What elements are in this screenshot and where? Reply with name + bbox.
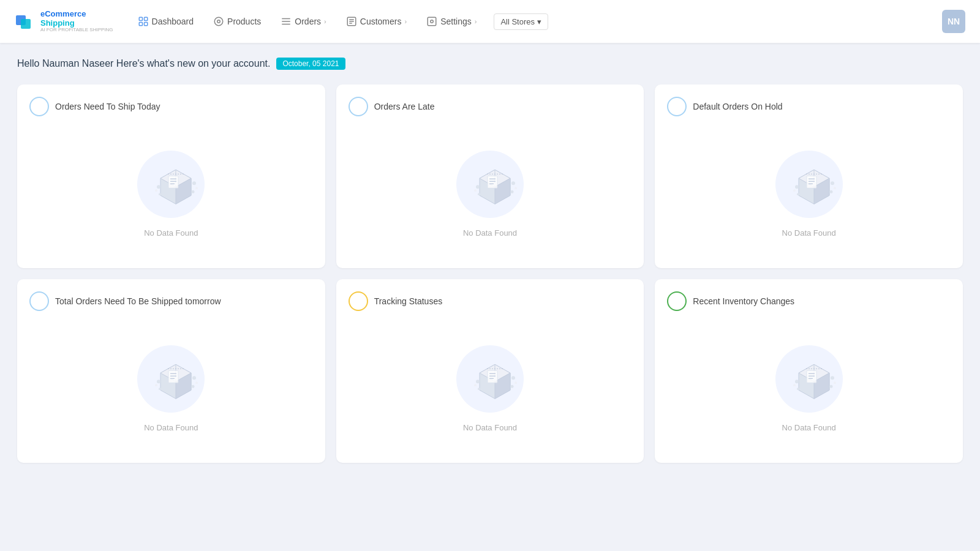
cards-grid: Orders Need To Ship Today [17, 84, 963, 463]
card-header: Orders Are Late [349, 97, 632, 116]
svg-point-72 [159, 388, 161, 390]
card-body: No Data Found [29, 126, 313, 258]
card-title: Orders Are Late [374, 102, 435, 111]
empty-box-icon [151, 358, 200, 404]
status-indicator [667, 291, 687, 311]
status-indicator [667, 97, 687, 116]
card-title: Default Orders On Hold [693, 102, 782, 111]
svg-rect-5 [144, 23, 147, 26]
no-data-label: No Data Found [463, 228, 517, 238]
svg-point-101 [793, 384, 796, 386]
svg-point-42 [478, 193, 480, 195]
logo-text: eCommerce Shipping AI FOR PROFITABLE SHI… [40, 10, 113, 32]
svg-point-52 [831, 181, 834, 185]
date-badge: October, 05 2021 [276, 58, 345, 70]
settings-icon [426, 16, 437, 27]
svg-point-26 [155, 189, 157, 192]
svg-point-56 [793, 189, 796, 192]
svg-point-37 [511, 181, 515, 185]
svg-point-100 [795, 380, 799, 383]
card-header: Recent Inventory Changes [667, 291, 951, 311]
logo-icon [15, 10, 37, 32]
empty-box-icon [790, 163, 839, 209]
nav-dashboard[interactable]: Dashboard [130, 12, 202, 31]
svg-rect-43 [488, 176, 497, 188]
empty-box-icon [470, 358, 519, 404]
svg-point-70 [157, 380, 160, 383]
card-tracking-statuses: Tracking Statuses [336, 279, 644, 463]
empty-illustration [134, 342, 208, 416]
card-body: No Data Found [667, 321, 951, 453]
svg-point-53 [834, 187, 836, 189]
svg-point-6 [214, 17, 223, 26]
svg-rect-2 [139, 17, 142, 20]
svg-point-27 [159, 193, 161, 195]
card-default-orders-hold: Default Orders On Hold [655, 84, 963, 268]
stores-dropdown-icon: ▾ [537, 17, 541, 26]
svg-rect-73 [168, 370, 178, 383]
svg-point-69 [192, 384, 195, 388]
nav-products[interactable]: Products [206, 12, 268, 31]
svg-rect-4 [139, 23, 142, 26]
orders-icon [281, 16, 292, 27]
empty-box-icon [151, 163, 200, 209]
svg-rect-58 [807, 176, 816, 188]
empty-illustration [453, 148, 527, 221]
svg-point-57 [797, 193, 799, 195]
logo[interactable]: eCommerce Shipping AI FOR PROFITABLE SHI… [15, 10, 113, 32]
svg-point-25 [157, 185, 160, 189]
status-indicator [349, 291, 368, 311]
user-avatar[interactable]: NN [942, 10, 965, 33]
settings-chevron: › [475, 18, 477, 25]
svg-rect-103 [807, 370, 816, 383]
svg-point-71 [155, 384, 157, 386]
card-recent-inventory: Recent Inventory Changes [655, 279, 963, 463]
card-body: No Data Found [667, 126, 951, 258]
svg-point-23 [195, 187, 198, 189]
empty-illustration [453, 342, 527, 416]
greeting-bar: Hello Nauman Naseer Here's what's new on… [17, 58, 963, 70]
svg-point-41 [474, 189, 477, 192]
svg-point-24 [192, 190, 195, 193]
customers-icon [346, 16, 357, 27]
dashboard-icon [138, 16, 149, 27]
empty-illustration [772, 342, 846, 416]
svg-rect-88 [488, 370, 497, 383]
svg-point-82 [511, 376, 515, 380]
svg-point-7 [217, 20, 221, 23]
card-total-orders-tomorrow: Total Orders Need To Be Shipped tomorrow [17, 279, 325, 463]
nav-settings[interactable]: Settings › [419, 12, 484, 31]
svg-point-84 [510, 384, 513, 388]
empty-illustration [134, 148, 208, 221]
empty-box-icon [470, 163, 519, 209]
card-header: Orders Need To Ship Today [29, 97, 313, 116]
navbar: eCommerce Shipping AI FOR PROFITABLE SHI… [0, 0, 980, 43]
svg-point-39 [510, 190, 513, 193]
card-title: Tracking Statuses [374, 296, 443, 306]
empty-box-icon [790, 358, 839, 404]
svg-rect-1 [21, 19, 31, 29]
products-icon [213, 16, 224, 27]
svg-point-97 [831, 376, 834, 380]
stores-selector[interactable]: All Stores ▾ [494, 13, 548, 30]
card-title: Orders Need To Ship Today [55, 102, 160, 111]
orders-chevron: › [324, 18, 326, 25]
no-data-label: No Data Found [144, 228, 198, 238]
nav-orders[interactable]: Orders › [273, 12, 333, 31]
status-indicator [29, 97, 49, 116]
card-body: No Data Found [29, 321, 313, 453]
main-content: Hello Nauman Naseer Here's what's new on… [0, 43, 980, 478]
svg-point-22 [192, 181, 196, 185]
card-header: Total Orders Need To Be Shipped tomorrow [29, 291, 313, 311]
svg-point-16 [431, 20, 434, 23]
empty-illustration [772, 148, 846, 221]
svg-point-86 [474, 384, 477, 386]
card-orders-late: Orders Are Late [336, 84, 644, 268]
svg-rect-28 [168, 176, 178, 188]
status-indicator [349, 97, 368, 116]
svg-point-68 [195, 381, 198, 384]
svg-rect-3 [144, 17, 147, 20]
card-title: Total Orders Need To Be Shipped tomorrow [55, 296, 221, 306]
nav-customers[interactable]: Customers › [339, 12, 414, 31]
no-data-label: No Data Found [463, 423, 517, 432]
